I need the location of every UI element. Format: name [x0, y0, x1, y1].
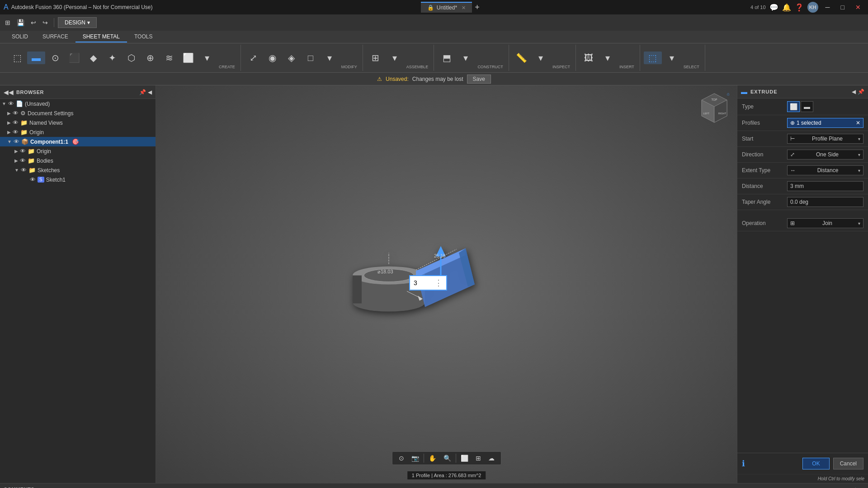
visibility-icon[interactable]: 👁 — [21, 167, 27, 174]
distance-input-field[interactable] — [414, 279, 432, 286]
tab-sheet-metal[interactable]: SHEET METAL — [75, 32, 127, 42]
select-button[interactable]: ⬚ — [644, 52, 662, 64]
tree-item-sketches[interactable]: ▼ 👁 📁 Sketches — [0, 165, 156, 175]
more-construct-button[interactable]: ▾ — [457, 52, 475, 64]
fillet-button[interactable]: ◉ — [264, 52, 282, 64]
hole-button[interactable]: ⊕ — [141, 52, 159, 64]
thread-button[interactable]: ≋ — [160, 52, 178, 64]
extrude-button[interactable]: ▬ — [27, 52, 45, 64]
tab-solid[interactable]: SOLID — [5, 32, 35, 42]
display-button[interactable]: ⬜ — [458, 453, 471, 463]
panel-pin-icon[interactable]: 📌 — [858, 89, 864, 95]
direction-dropdown[interactable]: ⤢ One Side ▾ — [787, 150, 863, 160]
more-select-button[interactable]: ▾ — [663, 52, 681, 64]
type-thin-icon[interactable]: ▬ — [801, 101, 813, 112]
visibility-icon[interactable]: 👁 — [13, 129, 19, 136]
grid-menu-icon[interactable]: ⊞ — [3, 18, 13, 28]
web-button[interactable]: ⬡ — [122, 52, 140, 64]
visibility-icon[interactable]: 👁 — [13, 119, 19, 126]
loft-button[interactable]: ◆ — [84, 52, 102, 64]
more-insert-button[interactable]: ▾ — [599, 52, 617, 64]
more-assemble-button[interactable]: ▾ — [386, 52, 404, 64]
unsaved-subtext: Changes may be lost — [412, 76, 463, 82]
design-dropdown-button[interactable]: DESIGN ▾ — [58, 17, 97, 28]
orbit-button[interactable]: ⊙ — [396, 453, 407, 463]
start-dropdown[interactable]: ⊢ Profile Plane ▾ — [787, 134, 863, 144]
distance-input-overlay[interactable]: ⋮ — [409, 275, 447, 291]
joint-button[interactable]: ⊞ — [367, 52, 385, 64]
save-button[interactable]: Save — [467, 75, 491, 84]
minimize-button[interactable]: ─ — [822, 3, 834, 12]
chat-icon[interactable]: 💬 — [769, 3, 778, 12]
new-component-button[interactable]: ⬚ — [8, 52, 26, 64]
type-solid-icon[interactable]: ⬜ — [787, 101, 800, 112]
comments-add-icon[interactable]: + — [854, 486, 857, 488]
viewport[interactable]: ⌀18.03 25.18 — [156, 85, 737, 483]
user-avatar[interactable]: KH — [807, 2, 818, 13]
taper-angle-value[interactable]: 0.0 deg — [787, 197, 863, 207]
close-tab-icon[interactable]: ✕ — [462, 5, 466, 11]
ok-button[interactable]: OK — [802, 458, 829, 469]
offset-plane-button[interactable]: ⬒ — [438, 52, 456, 64]
visibility-icon[interactable]: 👁 — [20, 148, 26, 155]
distance-value[interactable]: 3 mm — [787, 181, 863, 191]
chamfer-button[interactable]: ◈ — [283, 52, 301, 64]
profiles-value[interactable]: ⊕ 1 selected ✕ — [787, 118, 863, 128]
measure-button[interactable]: 📏 — [513, 52, 531, 64]
maximize-button[interactable]: □ — [837, 3, 848, 12]
active-tab[interactable]: 🔒 Untitled* ✕ — [421, 2, 472, 13]
notifications-icon[interactable]: 🔔 — [782, 3, 791, 12]
insert-image-button[interactable]: 🖼 — [580, 52, 598, 64]
undo-icon[interactable]: ↩ — [28, 18, 38, 28]
tree-item-origin[interactable]: ▶ 👁 📁 Origin — [0, 127, 156, 137]
more-modify-button[interactable]: ▾ — [321, 52, 339, 64]
browser-pin-icon[interactable]: 📌 — [139, 89, 146, 95]
more-create-button[interactable]: ▾ — [198, 52, 216, 64]
extent-type-dropdown[interactable]: ↔ Distance ▾ — [787, 165, 863, 175]
redo-icon[interactable]: ↪ — [40, 18, 50, 28]
browser-collapse-icon[interactable]: ◀ — [148, 89, 152, 95]
tab-tools[interactable]: TOOLS — [127, 32, 160, 42]
profiles-clear-icon[interactable]: ✕ — [856, 120, 860, 126]
visibility-icon[interactable]: 👁 — [13, 110, 19, 117]
camera-button[interactable]: 📷 — [409, 453, 422, 463]
box-button[interactable]: ⬜ — [179, 52, 197, 64]
operation-dropdown[interactable]: ⊞ Join ▾ — [787, 218, 863, 228]
new-tab-button[interactable]: + — [472, 3, 482, 12]
navigation-cube[interactable]: TOP LEFT RIGHT ⌂ — [696, 90, 732, 126]
tree-item-doc-settings[interactable]: ▶ 👁 ⚙ Document Settings — [0, 108, 156, 118]
press-pull-button[interactable]: ⤢ — [245, 52, 263, 64]
shell-button[interactable]: □ — [302, 52, 320, 64]
visibility-icon[interactable]: 👁 — [20, 157, 26, 164]
tree-item-named-views[interactable]: ▶ 👁 📁 Named Views — [0, 118, 156, 127]
revolve-button[interactable]: ⊙ — [46, 52, 64, 64]
zoom-button[interactable]: 🔍 — [441, 453, 454, 463]
comments-collapse-icon[interactable]: ▼ — [859, 486, 864, 488]
tree-item-origin-sub[interactable]: ▶ 👁 📁 Origin — [0, 146, 156, 156]
visibility-icon[interactable]: 👁 — [14, 138, 19, 145]
close-button[interactable]: ✕ — [852, 3, 864, 12]
tree-item-component1[interactable]: ▼ 👁 📦 Component1:1 🎯 — [0, 137, 156, 146]
visibility-icon[interactable]: 👁 — [8, 100, 14, 107]
cancel-button[interactable]: Cancel — [833, 458, 863, 469]
input-menu-icon[interactable]: ⋮ — [434, 278, 443, 288]
panel-expand-icon[interactable]: ◀ — [852, 89, 856, 95]
help-icon[interactable]: ❓ — [795, 3, 804, 12]
tree-item-sketch1[interactable]: 👁 S Sketch1 — [0, 175, 156, 184]
visibility-icon[interactable]: 👁 — [30, 176, 36, 183]
environment-button[interactable]: ☁ — [486, 453, 497, 463]
more-inspect-button[interactable]: ▾ — [532, 52, 550, 64]
comments-bar: COMMENTS + ▼ — [0, 483, 868, 488]
browser-back-icon[interactable]: ◀◀ — [4, 89, 14, 96]
tree-item-unsaved[interactable]: ▼ 👁 📄 (Unsaved) — [0, 99, 156, 108]
sweep-button[interactable]: ⬛ — [65, 52, 83, 64]
info-icon[interactable]: ℹ — [742, 459, 745, 469]
save-icon[interactable]: 💾 — [14, 18, 27, 28]
tab-surface[interactable]: SURFACE — [35, 32, 75, 42]
svg-rect-4 — [353, 276, 362, 304]
tree-item-bodies[interactable]: ▶ 👁 📁 Bodies — [0, 156, 156, 165]
pan-button[interactable]: ✋ — [426, 453, 439, 463]
grid-button[interactable]: ⊞ — [473, 453, 484, 463]
rib-button[interactable]: ✦ — [103, 52, 121, 64]
profiles-row: Profiles ⊕ 1 selected ✕ — [737, 115, 868, 131]
